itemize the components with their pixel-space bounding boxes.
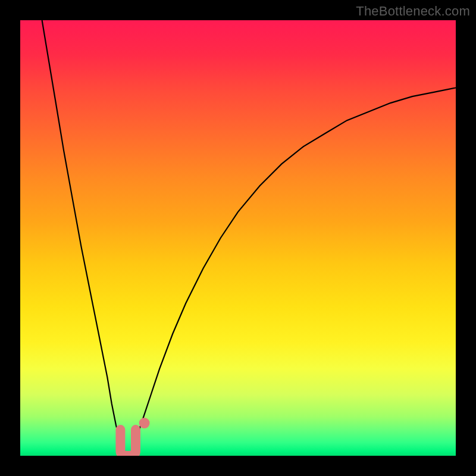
watermark-text: TheBottleneck.com [356,4,470,19]
right-curve [129,88,456,456]
highlight-dot-marker [139,418,150,428]
chart-plot-area [20,20,456,456]
highlight-u-marker [120,430,136,456]
chart-svg [20,20,456,456]
left-curve [42,20,129,456]
